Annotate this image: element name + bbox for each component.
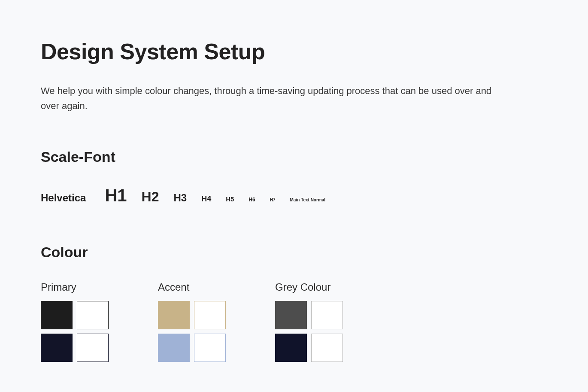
scale-h6: H6 xyxy=(249,197,255,203)
scale-h1: H1 xyxy=(105,186,127,205)
font-scale-row: Helvetica H1 H2 H3 H4 H5 H6 H7 Main Text… xyxy=(41,186,547,205)
primary-swatch-2 xyxy=(41,334,73,362)
colour-heading: Colour xyxy=(41,244,547,261)
grey-swatch-1 xyxy=(311,301,343,329)
primary-swatch-0 xyxy=(41,301,73,329)
colour-group-accent: Accent xyxy=(158,281,226,362)
accent-label: Accent xyxy=(158,281,226,293)
primary-swatch-3 xyxy=(77,334,109,362)
grey-swatch-grid xyxy=(275,301,343,362)
colour-groups: Primary Accent Grey Colour xyxy=(41,281,547,362)
scale-h2: H2 xyxy=(142,189,159,205)
scale-h3: H3 xyxy=(173,192,187,204)
primary-swatch-1 xyxy=(77,301,109,329)
grey-swatch-3 xyxy=(311,334,343,362)
scale-h4: H4 xyxy=(201,194,211,204)
scale-h7: H7 xyxy=(270,198,276,202)
grey-label: Grey Colour xyxy=(275,281,343,293)
accent-swatch-1 xyxy=(194,301,226,329)
scale-main-text: Main Text Normal xyxy=(290,198,325,202)
scale-font-heading: Scale-Font xyxy=(41,149,547,165)
colour-group-grey: Grey Colour xyxy=(275,281,343,362)
accent-swatch-3 xyxy=(194,334,226,362)
accent-swatch-grid xyxy=(158,301,226,362)
page-title: Design System Setup xyxy=(41,39,547,64)
scale-h5: H5 xyxy=(226,195,234,203)
grey-swatch-0 xyxy=(275,301,307,329)
grey-swatch-2 xyxy=(275,334,307,362)
accent-swatch-2 xyxy=(158,334,190,362)
primary-label: Primary xyxy=(41,281,109,293)
page-subtitle: We help you with simple colour changes, … xyxy=(41,83,496,113)
colour-group-primary: Primary xyxy=(41,281,109,362)
accent-swatch-0 xyxy=(158,301,190,329)
primary-swatch-grid xyxy=(41,301,109,362)
font-name-label: Helvetica xyxy=(41,192,86,204)
